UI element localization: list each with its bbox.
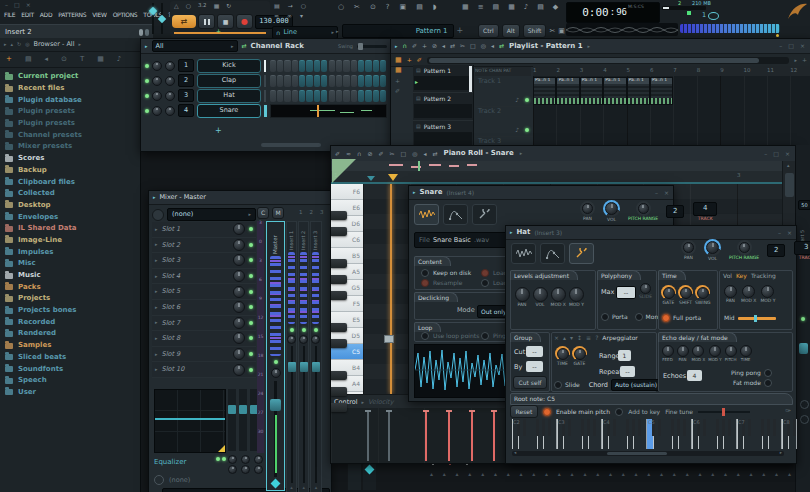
step-cell[interactable] [373,75,379,87]
strip-led[interactable] [274,360,278,364]
echo-knob[interactable] [677,345,689,357]
hand-icon[interactable]: ✑ [785,408,791,415]
mixer-slot[interactable]: ▸ Slot 4 [152,269,256,285]
kb-scroll-thumb[interactable] [607,452,667,455]
track-mute-led[interactable] [525,98,529,102]
channel-button[interactable]: Hat [197,89,261,103]
browser-item[interactable]: Recent files [0,83,140,95]
mixer-slot[interactable]: ▸ Slot 2 [152,238,256,254]
strip-pan-knob[interactable] [271,368,281,378]
levels-knob[interactable] [533,287,548,302]
vscroll-up-icon[interactable]: ▴ [787,163,790,168]
browser-item[interactable]: Music [0,270,140,282]
tracking-tab[interactable]: Tracking [751,273,776,279]
menu-item[interactable]: VIEW [92,12,106,18]
step-cell[interactable] [314,60,320,72]
step-cell[interactable] [270,90,276,102]
channel-number[interactable]: 4 [178,104,194,117]
zoom-tool-icon[interactable]: ◎ [481,43,486,49]
browser-item[interactable]: Rendered [0,328,140,340]
step-cell[interactable] [270,60,276,72]
modifier-key-button[interactable]: Ctrl [478,24,499,38]
insert5-value[interactable]: 50 [798,200,810,210]
browser-search-icon[interactable]: ◎ [25,42,29,47]
ping-pong-radio[interactable] [764,369,772,377]
help-icon[interactable]: ? [386,4,390,11]
step-cell[interactable] [306,90,312,102]
channel-number[interactable]: 2 [178,74,194,87]
toggle-mixer-icon[interactable]: ♪ [524,4,528,11]
browser-item[interactable]: Current project [0,71,140,83]
hat-window-title[interactable]: Hat [517,229,531,236]
oscilloscope[interactable] [566,23,678,36]
browser-item[interactable]: Misc [0,258,140,270]
misc-tab[interactable] [472,204,497,225]
pattern-clip[interactable]: Pa..n 1 [603,77,626,105]
echo-knob[interactable] [709,345,721,357]
toggle-plugin-icon[interactable]: ▤ [537,4,544,11]
playlist-hscroll[interactable] [427,57,790,64]
step-cell[interactable] [358,90,364,102]
zoom-add-icon[interactable]: + [802,57,807,63]
browser-item[interactable]: Soundfonts [0,363,140,375]
eq-width-knob[interactable] [228,465,237,474]
snare-range-value[interactable]: 2 [666,205,684,218]
modifier-key-button[interactable]: Alt [502,24,520,38]
slot-enable-led[interactable] [249,336,253,340]
enable-main-pitch-radio[interactable] [543,408,551,416]
rack-scrollbar[interactable] [261,143,321,147]
delete-tool-icon[interactable]: ⊘ [432,43,437,49]
browser-tab-note-icon[interactable]: ♪ [117,56,121,63]
mixer-tab[interactable]: M [272,207,284,219]
eq-freq-knob[interactable] [241,455,250,464]
mono-radio[interactable] [635,313,643,321]
playlist-close-icon[interactable]: × [800,43,805,49]
playlist-record-icon[interactable]: ∩ [403,43,407,49]
echo-knob[interactable] [692,345,704,357]
porta-radio[interactable] [601,313,609,321]
slot-mix-knob[interactable] [233,332,245,344]
slot-enable-led[interactable] [249,352,253,356]
arp-knob[interactable] [574,348,586,360]
rack-title[interactable]: Channel Rack [251,43,304,50]
strip-led[interactable] [314,328,318,332]
browser-item[interactable]: Image-Line [0,235,140,247]
kb-scroll-left-icon[interactable]: ◂ [514,451,516,456]
step-cell[interactable] [321,75,327,87]
eq-band-slider[interactable] [228,389,236,451]
playlist-maximize-icon[interactable]: □ [788,43,794,49]
browser-title[interactable]: Browser - All [34,41,75,48]
eq-width-knob[interactable] [241,465,250,474]
echo-knob[interactable] [662,345,674,357]
eq-resize-icon[interactable] [218,445,225,452]
toggle-piano-roll-icon[interactable]: ▤ [493,4,500,11]
velocity-stem[interactable] [493,410,495,461]
slider-handle-icon[interactable]: + [216,28,221,34]
pr-minimize-icon[interactable]: – [764,151,767,157]
add-to-key-radio[interactable] [615,408,623,416]
strip-fader[interactable] [291,346,293,483]
pan-knob[interactable] [152,91,162,101]
time-display[interactable]: 0:00 : 96 M:S:CS [566,2,660,23]
track-mute-led[interactable] [525,128,529,132]
slot-mix-knob[interactable] [233,223,245,235]
keyboard-scrollbar[interactable]: ◂ ▸ [512,451,784,456]
browser-item[interactable]: Plugin presets [0,118,140,130]
pattern-grid-icon[interactable]: ▦ [395,67,411,74]
slot-mix-knob[interactable] [233,286,245,298]
fat-mode-radio[interactable] [764,379,772,387]
pr-note[interactable] [384,335,394,343]
step-cell[interactable] [329,75,335,87]
cut-value[interactable]: -- [526,346,543,357]
paint-tool-icon[interactable]: + [422,43,427,49]
hat-minimize-icon[interactable]: – [778,230,781,236]
mixer-none-label[interactable]: (none) [169,477,190,484]
strip-pan-knob[interactable] [287,335,296,344]
channel-number[interactable]: 3 [178,89,194,102]
strip-led[interactable] [302,328,306,332]
step-cell[interactable] [365,75,371,87]
strip-fader[interactable] [274,381,277,477]
playlist-minimize-icon[interactable]: – [779,43,782,49]
step-cell[interactable] [329,60,335,72]
pr-close-icon[interactable]: × [785,151,790,157]
